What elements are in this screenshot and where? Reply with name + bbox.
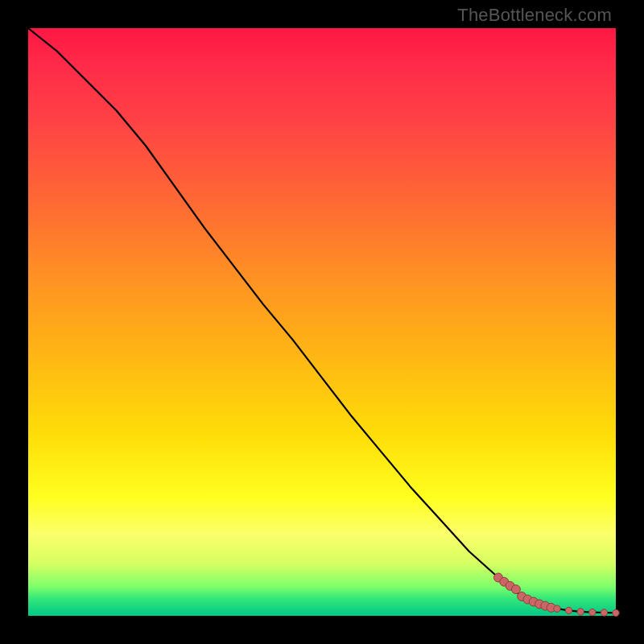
watermark-text: TheBottleneck.com bbox=[457, 5, 612, 26]
bottleneck-curve-line bbox=[28, 28, 616, 613]
chart-canvas: TheBottleneck.com bbox=[0, 0, 644, 644]
bottleneck-marker-group bbox=[494, 573, 620, 617]
chart-overlay bbox=[28, 28, 616, 616]
data-marker bbox=[577, 609, 584, 615]
data-marker bbox=[554, 605, 560, 612]
data-marker bbox=[601, 609, 607, 616]
data-marker bbox=[613, 609, 619, 616]
data-marker bbox=[565, 607, 572, 613]
data-marker bbox=[511, 585, 520, 594]
data-marker bbox=[589, 609, 596, 615]
